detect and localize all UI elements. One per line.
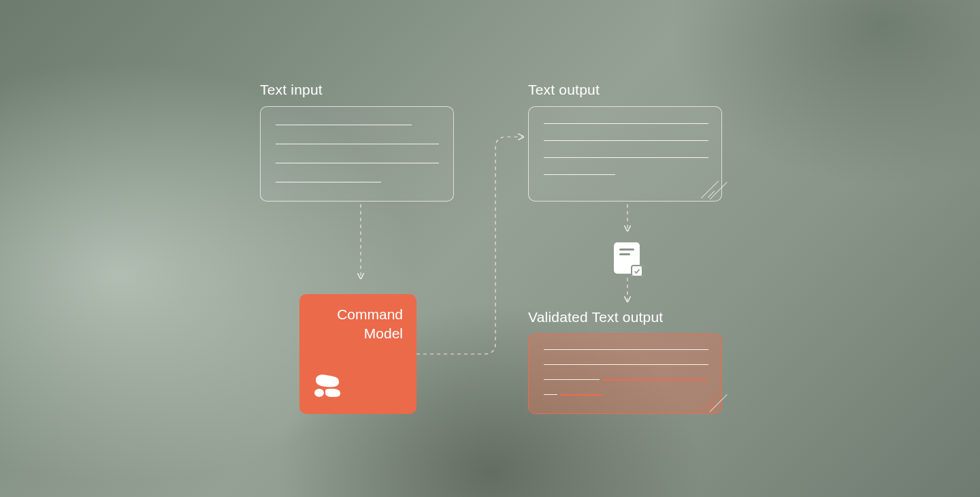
card-corner-fold <box>698 177 722 202</box>
svg-point-0 <box>314 389 324 397</box>
validated-output-label: Validated Text output <box>528 309 663 325</box>
command-model-block: Command Model <box>299 294 416 414</box>
text-input-label: Text input <box>260 82 323 98</box>
cohere-logo-icon <box>312 372 342 403</box>
validated-output-card <box>528 334 722 414</box>
text-output-card <box>528 106 722 202</box>
check-icon <box>708 402 716 413</box>
command-model-line1: Command <box>313 305 403 324</box>
validated-card-corner-fold <box>698 389 722 414</box>
arrow-validator-to-validated <box>621 278 634 308</box>
document-check-icon <box>614 242 640 274</box>
arrow-model-to-output <box>416 131 532 363</box>
arrow-output-to-validator <box>621 204 634 238</box>
arrow-input-to-model <box>354 204 368 286</box>
diagram-canvas: Text input Command Model Text output <box>0 0 980 497</box>
text-output-label: Text output <box>528 82 600 98</box>
command-model-line2: Model <box>313 324 403 343</box>
